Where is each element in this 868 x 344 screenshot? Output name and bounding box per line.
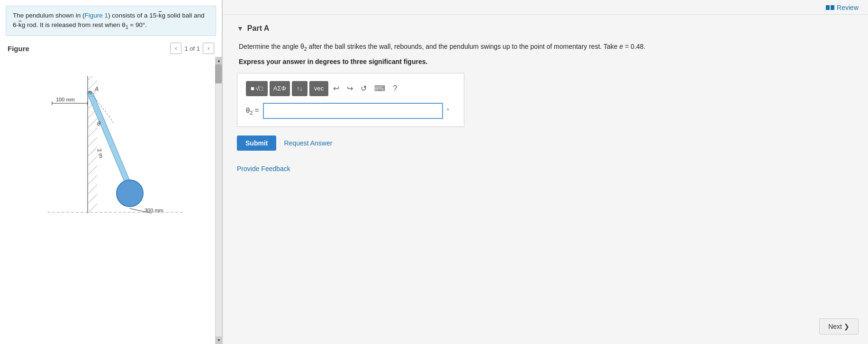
figure-count: 1 of 1 [184, 45, 200, 52]
review-bar: Review [223, 0, 868, 15]
math-toolbar-button-4[interactable]: vec [309, 81, 328, 96]
svg-line-1 [88, 76, 92, 81]
svg-line-11 [88, 166, 97, 175]
toolbar: ■ √□ ΑΣΦ ↑↓ vec ↩ ↪ ↺ [246, 81, 455, 96]
figure-label: Figure [8, 45, 29, 53]
reset-icon: ↺ [361, 84, 367, 93]
figure-area: A 100 mm θ 2 m 300 mm [0, 57, 222, 344]
math-toolbar-button-2[interactable]: ΑΣΦ [270, 81, 290, 96]
input-label: θ2 = [246, 106, 259, 116]
part-title: Part A [247, 24, 270, 33]
undo-button[interactable]: ↩ [330, 81, 342, 96]
scroll-bar[interactable]: ▲ ▼ [215, 57, 222, 344]
pendulum-figure: A 100 mm θ 2 m 300 mm [5, 66, 208, 227]
scroll-down-arrow[interactable]: ▼ [216, 336, 222, 344]
svg-line-14 [88, 194, 97, 204]
math-icon-2: √□ [256, 85, 263, 92]
svg-point-25 [117, 180, 143, 207]
problem-description: Determine the angle θ2 after the ball st… [239, 41, 854, 53]
unit-label: ° [447, 107, 450, 115]
keyboard-button[interactable]: ⌨ [371, 81, 388, 96]
svg-line-9 [88, 147, 97, 156]
problem-text-box: The pendulum shown in (Figure 1) consist… [6, 6, 216, 36]
request-answer-link[interactable]: Request Answer [284, 139, 332, 147]
redo-icon: ↪ [347, 84, 353, 93]
redo-button[interactable]: ↪ [344, 81, 356, 96]
help-button[interactable]: ? [390, 81, 400, 96]
next-chevron-icon: ❯ [844, 323, 850, 330]
scroll-thumb[interactable] [215, 64, 222, 83]
math-toolbar-button-1[interactable]: ■ √□ [246, 81, 268, 96]
figure-next-button[interactable]: › [203, 43, 214, 54]
figure-navigation: ‹ 1 of 1 › [170, 43, 214, 54]
vec-label: vec [314, 85, 324, 92]
svg-line-13 [88, 185, 97, 194]
answer-box: ■ √□ ΑΣΦ ↑↓ vec ↩ ↪ ↺ [237, 73, 464, 127]
answer-input[interactable] [263, 103, 443, 119]
next-label: Next [828, 323, 842, 330]
action-row: Submit Request Answer [237, 136, 854, 151]
part-header: ▼ Part A [237, 24, 854, 33]
right-panel: Review ▼ Part A Determine the angle θ2 a… [223, 0, 868, 344]
reset-button[interactable]: ↺ [358, 81, 370, 96]
svg-text:100 mm: 100 mm [56, 97, 75, 102]
scroll-up-arrow[interactable]: ▲ [216, 57, 222, 64]
left-panel: The pendulum shown in (Figure 1) consist… [0, 0, 223, 344]
express-instruction: Express your answer in degrees to three … [239, 58, 854, 65]
provide-feedback-link[interactable]: Provide Feedback [237, 165, 854, 172]
figure-svg-container: A 100 mm θ 2 m 300 mm [0, 57, 222, 234]
figure-link[interactable]: Figure 1 [85, 12, 108, 19]
svg-text:θ: θ [97, 120, 100, 127]
svg-text:A: A [94, 86, 99, 92]
next-btn-container: Next ❯ [819, 318, 859, 335]
collapse-arrow[interactable]: ▼ [237, 25, 244, 32]
updown-icon: ↑↓ [297, 85, 303, 92]
math-icon-1: ■ [251, 85, 254, 92]
svg-line-12 [88, 175, 97, 185]
main-content: ▼ Part A Determine the angle θ2 after th… [223, 15, 868, 344]
figure-prev-button[interactable]: ‹ [170, 43, 181, 54]
svg-text:2 m: 2 m [96, 148, 105, 159]
svg-line-7 [88, 128, 97, 137]
review-label: Review [837, 4, 859, 11]
review-icon [826, 5, 834, 10]
submit-button[interactable]: Submit [237, 136, 276, 151]
svg-line-10 [88, 156, 97, 166]
math-toolbar-button-3[interactable]: ↑↓ [292, 81, 307, 96]
alpha-sigma-phi-label: ΑΣΦ [273, 85, 286, 92]
svg-line-8 [88, 137, 97, 147]
review-link[interactable]: Review [826, 4, 859, 11]
undo-icon: ↩ [333, 84, 339, 93]
svg-line-6 [88, 118, 97, 128]
svg-line-15 [88, 204, 97, 213]
figure-header: Figure ‹ 1 of 1 › [0, 40, 222, 57]
next-button[interactable]: Next ❯ [819, 318, 859, 335]
input-row: θ2 = ° [246, 103, 455, 119]
keyboard-icon: ⌨ [374, 84, 385, 93]
help-icon: ? [393, 84, 397, 93]
